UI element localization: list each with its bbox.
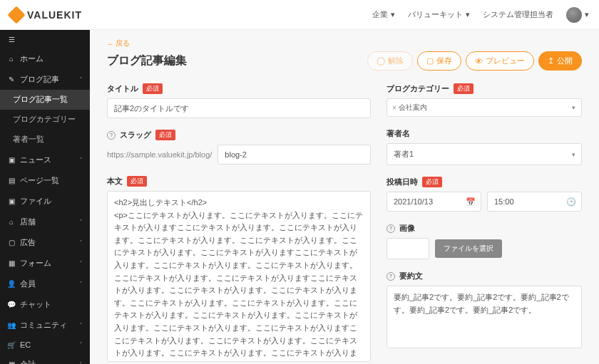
back-label: 戻る bbox=[116, 38, 130, 48]
chevron-down-icon: ▾ bbox=[585, 10, 589, 19]
brand-name: VALUEKIT bbox=[27, 9, 82, 21]
sidebar-item-members[interactable]: 👤会員˅ bbox=[0, 274, 90, 294]
chevron-down-icon: ˅ bbox=[79, 157, 83, 164]
help-icon[interactable]: ? bbox=[386, 272, 395, 281]
calc-icon: ▦ bbox=[7, 360, 16, 365]
ad-icon: ▢ bbox=[7, 239, 16, 247]
category-label: ブログカテゴリー bbox=[386, 83, 449, 94]
remove-tag-icon[interactable]: × bbox=[392, 104, 396, 112]
slug-input[interactable] bbox=[217, 145, 371, 165]
category-tag: ×会社案内 bbox=[392, 103, 427, 113]
upload-icon: ↥ bbox=[548, 56, 554, 66]
form-icon: ▦ bbox=[7, 259, 16, 268]
back-link[interactable]: ← 戻る bbox=[107, 38, 582, 48]
save-icon: ▢ bbox=[426, 56, 434, 66]
field-body: 本文 必須 bbox=[107, 176, 371, 364]
product-dropdown[interactable]: バリューキット ▾ bbox=[408, 9, 470, 20]
company-dropdown[interactable]: 企業 ▾ bbox=[372, 9, 395, 20]
folder-icon: ▣ bbox=[7, 197, 16, 206]
community-icon: 👥 bbox=[7, 321, 16, 330]
field-image: ? 画像 ファイルを選択 bbox=[386, 223, 582, 259]
sidebar-toggle[interactable]: ☰ bbox=[0, 30, 90, 48]
main-content: ← 戻る ブログ記事編集 ◯解除 ▢保存 👁プレビュー ↥公開 タイトル 必須 bbox=[90, 30, 599, 364]
document-icon: ✎ bbox=[7, 76, 16, 84]
store-icon: ⌂ bbox=[7, 218, 16, 227]
sidebar-item-author-list[interactable]: 著者一覧 bbox=[0, 130, 90, 150]
sidebar-item-accounting[interactable]: ▦会計˅ bbox=[0, 354, 90, 364]
sidebar-item-blog-list[interactable]: ブログ記事一覧 bbox=[0, 90, 90, 110]
calendar-icon[interactable]: 📅 bbox=[466, 197, 476, 207]
circle-icon: ◯ bbox=[377, 56, 385, 66]
sidebar-item-blog-category[interactable]: ブログカテゴリー bbox=[0, 110, 90, 130]
chevron-up-icon: ˄ bbox=[79, 76, 83, 83]
sidebar-item-forms[interactable]: ▦フォーム˅ bbox=[0, 253, 90, 274]
sidebar-item-ec[interactable]: 🛒EC˅ bbox=[0, 336, 90, 354]
clock-icon[interactable]: 🕒 bbox=[566, 197, 576, 207]
required-badge: 必須 bbox=[143, 83, 163, 94]
field-title: タイトル 必須 bbox=[107, 83, 371, 118]
resolve-button[interactable]: ◯解除 bbox=[367, 51, 413, 71]
product-label: バリューキット bbox=[408, 9, 463, 20]
page-icon: ▤ bbox=[7, 177, 16, 185]
chevron-down-icon: ˅ bbox=[79, 341, 83, 348]
title-input[interactable] bbox=[107, 98, 371, 118]
arrow-left-icon: ← bbox=[107, 40, 114, 48]
preview-button[interactable]: 👁プレビュー bbox=[466, 51, 534, 71]
chat-icon: 💬 bbox=[7, 301, 16, 309]
sidebar-item-files[interactable]: ▣ファイル bbox=[0, 191, 90, 212]
field-author: 著者名 著者1 bbox=[386, 128, 582, 165]
field-summary: ? 要約文 bbox=[386, 271, 582, 350]
body-label: 本文 bbox=[107, 176, 123, 187]
help-icon[interactable]: ? bbox=[386, 224, 395, 233]
required-badge: 必須 bbox=[155, 130, 175, 140]
cart-icon: 🛒 bbox=[7, 340, 16, 349]
field-category: ブログカテゴリー 必須 ×会社案内 bbox=[386, 83, 582, 117]
required-badge: 必須 bbox=[454, 83, 473, 94]
required-badge: 必須 bbox=[422, 177, 442, 187]
author-select[interactable]: 著者1 bbox=[386, 143, 582, 165]
file-select-button[interactable]: ファイルを選択 bbox=[435, 239, 502, 258]
image-preview bbox=[386, 238, 429, 259]
title-label: タイトル bbox=[107, 83, 138, 94]
news-icon: ▣ bbox=[7, 156, 16, 165]
author-label: 著者名 bbox=[386, 128, 410, 139]
save-button[interactable]: ▢保存 bbox=[417, 51, 461, 71]
image-label: 画像 bbox=[399, 223, 415, 234]
avatar-icon bbox=[566, 7, 582, 23]
company-label: 企業 bbox=[372, 9, 388, 20]
sidebar-item-home[interactable]: ⌂ホーム bbox=[0, 48, 90, 69]
sidebar-item-stores[interactable]: ⌂店舗˅ bbox=[0, 212, 90, 232]
chevron-down-icon: ˅ bbox=[79, 322, 83, 329]
field-slug: ? スラッグ 必須 https://sample.valuekit.jp/blo… bbox=[107, 130, 371, 165]
body-textarea[interactable] bbox=[107, 191, 371, 362]
sidebar: ☰ ⌂ホーム ✎ブログ記事˄ ブログ記事一覧 ブログカテゴリー 著者一覧 ▣ニュ… bbox=[0, 30, 90, 364]
chevron-down-icon: ˅ bbox=[79, 361, 83, 365]
publish-button[interactable]: ↥公開 bbox=[538, 51, 582, 71]
sidebar-item-news[interactable]: ▣ニュース˅ bbox=[0, 150, 90, 170]
topbar: VALUEKIT 企業 ▾ バリューキット ▾ システム管理担当者 ▾ bbox=[0, 0, 599, 30]
chevron-down-icon: ˅ bbox=[79, 281, 83, 288]
sidebar-item-blog[interactable]: ✎ブログ記事˄ bbox=[0, 69, 90, 90]
chevron-down-icon: ˅ bbox=[79, 219, 83, 226]
brand[interactable]: VALUEKIT bbox=[10, 9, 82, 21]
action-bar: ◯解除 ▢保存 👁プレビュー ↥公開 bbox=[367, 51, 582, 71]
chevron-down-icon: ˅ bbox=[79, 260, 83, 267]
brand-logo-icon bbox=[7, 6, 25, 24]
help-icon[interactable]: ? bbox=[107, 131, 116, 140]
user-menu[interactable]: ▾ bbox=[566, 7, 589, 23]
topbar-right: 企業 ▾ バリューキット ▾ システム管理担当者 ▾ bbox=[372, 7, 589, 23]
category-select[interactable]: ×会社案内 bbox=[386, 98, 582, 117]
sidebar-item-chat[interactable]: 💬チャット bbox=[0, 294, 90, 315]
summary-label: 要約文 bbox=[399, 271, 423, 281]
required-badge: 必須 bbox=[127, 176, 147, 187]
sidebar-item-pages[interactable]: ▤ページ一覧 bbox=[0, 170, 90, 191]
summary-textarea[interactable] bbox=[386, 286, 582, 348]
chevron-down-icon: ˅ bbox=[79, 239, 83, 246]
sidebar-item-community[interactable]: 👥コミュニティ˅ bbox=[0, 315, 90, 336]
sidebar-item-ads[interactable]: ▢広告˅ bbox=[0, 232, 90, 253]
chevron-down-icon: ▾ bbox=[391, 10, 395, 19]
page-title: ブログ記事編集 bbox=[107, 53, 187, 68]
menu-icon: ☰ bbox=[7, 35, 16, 43]
home-icon: ⌂ bbox=[7, 55, 16, 63]
slug-prefix: https://sample.valuekit.jp/blog/ bbox=[107, 150, 212, 159]
